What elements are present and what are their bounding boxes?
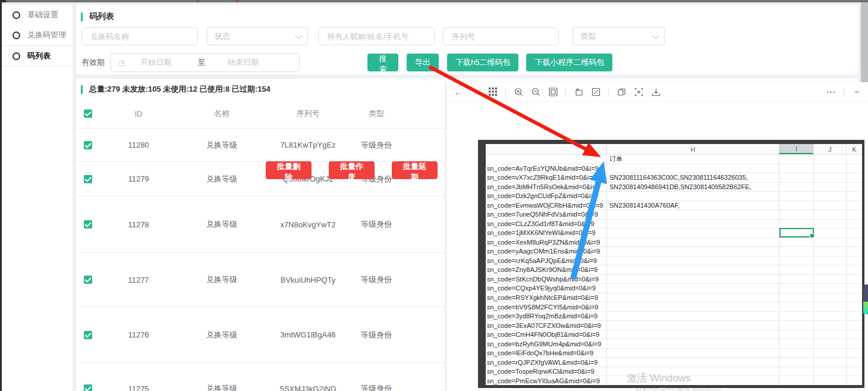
bulk-void-button[interactable]: 批量作废: [329, 161, 375, 179]
download-miniprogram-qrcode-button[interactable]: 下载小程序二维码包: [526, 54, 612, 71]
window-top-strip: [0, 0, 868, 2]
sheet-cell: sn_code=3yd8RYoq2mBz&mid=0&i=9: [486, 312, 607, 321]
zoom-in-icon[interactable]: [514, 87, 523, 96]
fit-to-window-icon[interactable]: [548, 87, 558, 96]
sheet-cell: sn_code=lEiFdoQx7bHe&mid=0&i=9: [486, 349, 607, 358]
row-checkbox[interactable]: [84, 384, 92, 391]
zoom-out-icon[interactable]: [531, 87, 540, 96]
cell-id: 11277: [100, 276, 177, 284]
sheet-cell: [607, 293, 779, 302]
sidebar-item-code-list[interactable]: 码列表: [2, 45, 73, 67]
more-options-icon[interactable]: ⋯: [826, 87, 836, 96]
download-h5-qrcode-button[interactable]: 下载h5二维码包: [447, 54, 518, 71]
minimize-icon[interactable]: −: [852, 87, 861, 96]
date-range-separator: 至: [197, 57, 205, 68]
sheet-cell: [607, 339, 779, 348]
copy-pages-icon[interactable]: [617, 87, 626, 96]
toolbar-divider: [844, 87, 844, 96]
select-all-checkbox[interactable]: [84, 110, 92, 118]
spreadsheet-image-frame: H I J K 订单 sn_code=AvTqrEsYQNUb&mid=0&i=…: [478, 140, 864, 388]
cell-serial: BVkuiUhHPQTy: [266, 276, 350, 284]
export-button[interactable]: 导出: [407, 54, 439, 71]
search-button[interactable]: 搜索: [367, 54, 398, 71]
extract-text-icon[interactable]: [634, 87, 643, 96]
radio-circle-icon: [12, 11, 20, 19]
edit-icon[interactable]: [591, 87, 600, 96]
cell-name: 兑换等级: [177, 330, 266, 340]
sheet-cell: [607, 257, 779, 265]
spreadsheet: H I J K 订单 sn_code=AvTqrEsYQNUb&mid=0&i=…: [486, 144, 862, 385]
bulk-delete-button[interactable]: 批量删除: [266, 161, 312, 179]
toolbar-divider: [505, 87, 506, 96]
toolbar-divider: [565, 87, 566, 96]
cell-name: 兑换等级: [177, 274, 266, 285]
sidebar-item-label: 码列表: [27, 51, 51, 61]
sheet-cell: sn_code=vX7xcZ8RkqE1&mid=0&i=9: [486, 173, 607, 182]
sheet-cell: [607, 192, 779, 201]
radio-circle-icon: [12, 32, 20, 39]
window-left-strip: [0, 0, 2, 391]
date-range-picker[interactable]: ◷ 开始日期 至 结束日期: [111, 53, 300, 72]
cell-id: 11278: [100, 220, 177, 229]
sheet-cell: sn_code=AvTqrEsYQNUb&mid=0&i=9: [486, 164, 607, 173]
cell-id: 11279: [100, 174, 177, 183]
status-select[interactable]: 状态: [207, 27, 308, 45]
cell-type: 等级身份: [350, 219, 403, 230]
title-accent-bar: [81, 12, 83, 21]
sheet-cell: SN230811164363C00C,SN2308111646326035,: [607, 173, 779, 182]
sheet-cell: [607, 349, 779, 358]
bulk-extend-button[interactable]: 批量延期: [392, 161, 438, 179]
thumbnail-grid-icon[interactable]: [488, 87, 498, 96]
toolbar-divider: [608, 87, 609, 96]
code-name-input[interactable]: [89, 32, 190, 42]
sheet-cell: [607, 265, 779, 274]
pill-bottom: [863, 302, 868, 314]
sheet-gridline: [846, 144, 847, 385]
sheet-cell: [607, 238, 779, 247]
serial-input[interactable]: [451, 32, 551, 42]
sidebar-item-redeem-code-management[interactable]: 兑换码管理: [2, 25, 73, 45]
serial-input-wrap: [443, 27, 559, 45]
activate-windows-watermark: 激活 Windows: [627, 371, 691, 385]
row-checkbox[interactable]: [84, 141, 92, 149]
fill-handle: [810, 233, 814, 238]
holder-input[interactable]: [326, 32, 427, 42]
rotate-icon[interactable]: [574, 87, 583, 96]
cell-id: 11276: [100, 330, 177, 339]
cell-serial: x7N8oKvgYwT2: [266, 220, 350, 229]
type-select-placeholder: 类型: [580, 31, 596, 42]
chevron-down-icon: [652, 32, 659, 39]
sheet-cell: sn_code=1jMXK6NlYeWI&mid=0&i=9: [486, 229, 607, 237]
row-checkbox[interactable]: [84, 331, 92, 339]
pill-top: [863, 284, 868, 302]
file-preview-window: ← → ⋯ −: [446, 82, 868, 391]
sheet-gridline: [813, 144, 814, 385]
filter-card: 码列表 状态 类型 有效期 ◷ 开始日期 至 结束日期 搜索 导出 下载h5二维…: [76, 5, 858, 74]
row-checkbox[interactable]: [84, 220, 92, 229]
sheet-cell: sn_code=XexM8uRqP3ZN&mid=0&i=9: [486, 238, 607, 247]
row-checkbox[interactable]: [84, 276, 92, 284]
clock-icon: ◷: [118, 58, 125, 67]
cell-serial: 3mtWG1lBgA46: [266, 330, 350, 339]
type-select[interactable]: 类型: [573, 27, 665, 45]
col-header-I: I: [779, 144, 814, 154]
activate-windows-subtext: 转到"设置"以激活 Windows。: [636, 386, 729, 391]
top-red-tick: [197, 0, 199, 2]
sheet-cell: [486, 155, 607, 164]
sheet-cell: 订单: [607, 155, 779, 164]
browser-extension-pill[interactable]: [863, 284, 868, 314]
forward-icon[interactable]: →: [471, 87, 480, 96]
cell-id: 11275: [100, 384, 177, 391]
code-name-input-wrap: [81, 27, 198, 45]
col-header-cut: [486, 144, 607, 154]
cell-type: 等级身份: [350, 330, 403, 340]
download-icon[interactable]: [651, 87, 661, 96]
end-date-placeholder: 结束日期: [228, 57, 259, 68]
sheet-cell: sn_code=PmEcwYI0uaAG&mid=0&i=9: [486, 376, 607, 385]
back-icon[interactable]: ←: [454, 87, 463, 96]
selected-cell: [779, 228, 814, 237]
sidebar-item-basic-settings[interactable]: 基础设置: [2, 5, 73, 25]
cell-serial: 7L81KwTpYgEz: [266, 140, 350, 149]
radio-circle-icon: [12, 52, 20, 60]
row-checkbox[interactable]: [84, 175, 92, 183]
